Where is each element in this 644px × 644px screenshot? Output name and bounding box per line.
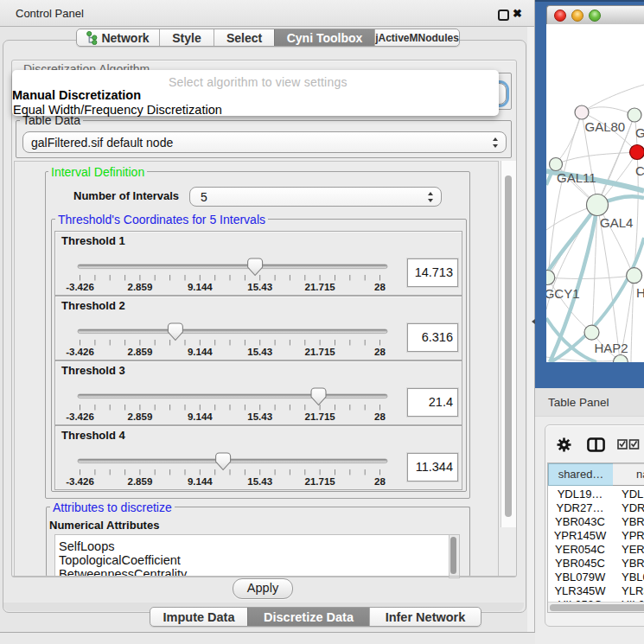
- svg-text:2.859: 2.859: [128, 347, 153, 357]
- svg-text:-3.426: -3.426: [66, 282, 94, 292]
- svg-text:28: 28: [374, 476, 386, 487]
- svg-text:GAL11: GAL11: [557, 170, 596, 185]
- svg-text:-3.426: -3.426: [66, 347, 94, 357]
- svg-text:GCY1: GCY1: [546, 286, 580, 301]
- svg-text:28: 28: [374, 347, 386, 357]
- svg-text:9.144: 9.144: [188, 282, 213, 292]
- svg-text:9.144: 9.144: [188, 476, 213, 487]
- svg-text:2.859: 2.859: [128, 476, 153, 487]
- svg-text:15.43: 15.43: [247, 411, 272, 422]
- svg-text:28: 28: [374, 282, 386, 292]
- svg-text:15.43: 15.43: [247, 347, 272, 357]
- svg-text:9.144: 9.144: [188, 411, 213, 422]
- svg-text:GAL4: GAL4: [600, 215, 633, 230]
- svg-text:-3.426: -3.426: [66, 411, 94, 422]
- svg-text:9.144: 9.144: [188, 347, 213, 357]
- svg-text:GA: GA: [635, 125, 644, 140]
- svg-text:21.715: 21.715: [305, 476, 336, 487]
- svg-text:2.859: 2.859: [128, 411, 153, 422]
- svg-text:21.715: 21.715: [305, 411, 336, 422]
- svg-text:21.715: 21.715: [305, 282, 336, 292]
- svg-text:C: C: [635, 163, 644, 178]
- svg-text:HAP2: HAP2: [595, 341, 628, 355]
- svg-text:HI: HI: [636, 285, 644, 300]
- svg-text:21.715: 21.715: [305, 347, 336, 357]
- svg-text:2.859: 2.859: [128, 282, 153, 292]
- svg-text:15.43: 15.43: [247, 282, 272, 292]
- svg-text:-3.426: -3.426: [66, 476, 94, 487]
- svg-text:GAL80: GAL80: [585, 119, 626, 134]
- svg-text:15.43: 15.43: [247, 476, 272, 487]
- svg-text:28: 28: [374, 411, 386, 422]
